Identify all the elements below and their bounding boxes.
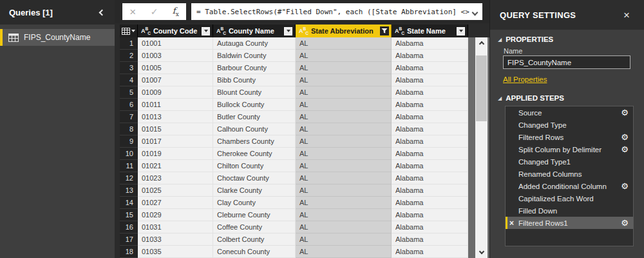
table-cell-state-abbreviation[interactable]: AL	[296, 111, 392, 123]
table-cell-county-name[interactable]: Clarke County	[213, 184, 296, 197]
cancel-formula-icon[interactable]: ×	[129, 6, 136, 17]
row-number[interactable]: 11	[120, 160, 138, 172]
row-number[interactable]: 4	[120, 74, 138, 86]
row-number[interactable]: 5	[120, 86, 138, 99]
query-name-input[interactable]	[503, 55, 630, 69]
column-menu-button[interactable]	[284, 27, 292, 35]
row-number[interactable]: 16	[120, 221, 138, 233]
table-cell-county-name[interactable]: Calhoun County	[213, 123, 296, 135]
table-cell-county-name[interactable]: Blount County	[213, 86, 296, 99]
table-cell-county-name[interactable]: Cherokee County	[213, 148, 296, 160]
table-cell-county-code[interactable]: 01027	[138, 197, 213, 209]
applied-step-changed-type[interactable]: ×Changed Type	[506, 119, 633, 131]
table-cell-state-name[interactable]: Alabama	[392, 37, 468, 50]
applied-step-filtered-rows[interactable]: ×Filtered Rows⚙	[506, 131, 633, 143]
all-properties-link[interactable]: All Properties	[503, 75, 547, 83]
table-cell-state-name[interactable]: Alabama	[392, 123, 468, 135]
table-cell-state-abbreviation[interactable]: AL	[296, 209, 392, 221]
table-cell-county-name[interactable]: Chilton County	[213, 160, 296, 172]
applied-steps-section-header[interactable]: ◢ APPLIED STEPS	[498, 94, 564, 102]
table-cell-state-name[interactable]: Alabama	[392, 246, 468, 258]
table-cell-county-code[interactable]: 01021	[138, 160, 213, 172]
table-cell-state-abbreviation[interactable]: AL	[296, 160, 392, 172]
table-cell-county-name[interactable]: Barbour County	[213, 62, 296, 74]
row-number[interactable]: 1	[120, 37, 138, 50]
filter-icon[interactable]	[380, 26, 389, 35]
table-cell-county-code[interactable]: 01017	[138, 135, 213, 148]
table-cell-state-abbreviation[interactable]: AL	[296, 62, 392, 74]
table-cell-county-code[interactable]: 01031	[138, 221, 213, 233]
table-cell-county-code[interactable]: 01023	[138, 172, 213, 184]
column-menu-button[interactable]	[457, 27, 465, 35]
table-cell-state-abbreviation[interactable]: AL	[296, 221, 392, 233]
row-number[interactable]: 8	[120, 123, 138, 135]
gear-icon[interactable]: ⚙	[621, 219, 629, 227]
table-cell-county-code[interactable]: 01007	[138, 74, 213, 86]
table-cell-state-abbreviation[interactable]: AL	[296, 197, 392, 209]
commit-formula-icon[interactable]: ✓	[151, 6, 158, 17]
table-cell-state-name[interactable]: Alabama	[392, 197, 468, 209]
table-cell-state-abbreviation[interactable]: AL	[296, 99, 392, 111]
table-cell-state-abbreviation[interactable]: AL	[296, 37, 392, 50]
row-number[interactable]: 6	[120, 99, 138, 111]
row-number[interactable]: 2	[120, 50, 138, 62]
formula-input[interactable]: = Table.SelectRows(#"Filled Down", each …	[191, 3, 482, 20]
query-list-item[interactable]: FIPS_CountyName	[0, 29, 115, 46]
row-number[interactable]: 18	[120, 246, 138, 258]
gear-icon[interactable]: ⚙	[621, 133, 629, 141]
table-cell-state-name[interactable]: Alabama	[392, 148, 468, 160]
table-cell-county-code[interactable]: 01029	[138, 209, 213, 221]
properties-section-header[interactable]: ◢ PROPERTIES	[498, 35, 553, 43]
row-number[interactable]: 12	[120, 172, 138, 184]
vertical-scrollbar[interactable]	[475, 37, 488, 258]
table-cell-county-code[interactable]: 01001	[138, 37, 213, 50]
table-cell-county-name[interactable]: Clay County	[213, 197, 296, 209]
column-header-state-name[interactable]: ABCState Name	[392, 25, 468, 37]
table-cell-state-name[interactable]: Alabama	[392, 221, 468, 233]
applied-step-added-conditional-column[interactable]: ×Added Conditional Column⚙	[506, 180, 633, 192]
row-number[interactable]: 9	[120, 135, 138, 148]
table-cell-county-name[interactable]: Butler County	[213, 111, 296, 123]
row-number[interactable]: 10	[120, 148, 138, 160]
table-cell-state-name[interactable]: Alabama	[392, 111, 468, 123]
row-number[interactable]: 14	[120, 197, 138, 209]
table-cell-county-name[interactable]: Conecuh County	[213, 246, 296, 258]
applied-step-capitalized-each-word[interactable]: ×Capitalized Each Word	[506, 192, 633, 204]
table-cell-state-name[interactable]: Alabama	[392, 135, 468, 148]
gear-icon[interactable]: ⚙	[621, 145, 629, 154]
table-cell-county-code[interactable]: 01011	[138, 99, 213, 111]
row-number[interactable]: 17	[120, 233, 138, 246]
table-cell-state-abbreviation[interactable]: AL	[296, 123, 392, 135]
row-number[interactable]: 15	[120, 209, 138, 221]
applied-step-filtered-rows1[interactable]: ×Filtered Rows1⚙	[506, 217, 633, 229]
table-cell-state-abbreviation[interactable]: AL	[296, 50, 392, 62]
applied-step-changed-type1[interactable]: ×Changed Type1	[506, 155, 633, 168]
fx-icon[interactable]: fx	[173, 6, 179, 17]
row-number[interactable]: 13	[120, 184, 138, 197]
table-cell-state-name[interactable]: Alabama	[392, 184, 468, 197]
applied-step-source[interactable]: ×Source⚙	[506, 106, 633, 119]
table-cell-county-code[interactable]: 01009	[138, 86, 213, 99]
table-cell-state-name[interactable]: Alabama	[392, 209, 468, 221]
table-cell-state-abbreviation[interactable]: AL	[296, 148, 392, 160]
column-header-state-abbreviation[interactable]: ABCState Abbreviation	[296, 25, 392, 37]
gear-icon[interactable]: ⚙	[621, 108, 629, 117]
table-cell-state-abbreviation[interactable]: AL	[296, 184, 392, 197]
table-cell-state-abbreviation[interactable]: AL	[296, 86, 392, 99]
scrollbar-thumb[interactable]	[476, 55, 487, 121]
select-all-corner[interactable]	[120, 25, 138, 37]
table-cell-county-name[interactable]: Chambers County	[213, 135, 296, 148]
row-number[interactable]: 3	[120, 62, 138, 74]
table-cell-county-code[interactable]: 01025	[138, 184, 213, 197]
column-header-county-code[interactable]: ABCCounty Code	[138, 25, 213, 37]
table-cell-county-code[interactable]: 01005	[138, 62, 213, 74]
table-cell-state-name[interactable]: Alabama	[392, 160, 468, 172]
table-cell-county-code[interactable]: 01033	[138, 233, 213, 246]
collapse-pane-button[interactable]	[97, 7, 107, 17]
table-cell-county-code[interactable]: 01019	[138, 148, 213, 160]
table-cell-county-name[interactable]: Choctaw County	[213, 172, 296, 184]
table-cell-county-name[interactable]: Bibb County	[213, 74, 296, 86]
gear-icon[interactable]: ⚙	[621, 182, 629, 190]
table-cell-county-name[interactable]: Coffee County	[213, 221, 296, 233]
scroll-down-button[interactable]	[475, 245, 488, 258]
